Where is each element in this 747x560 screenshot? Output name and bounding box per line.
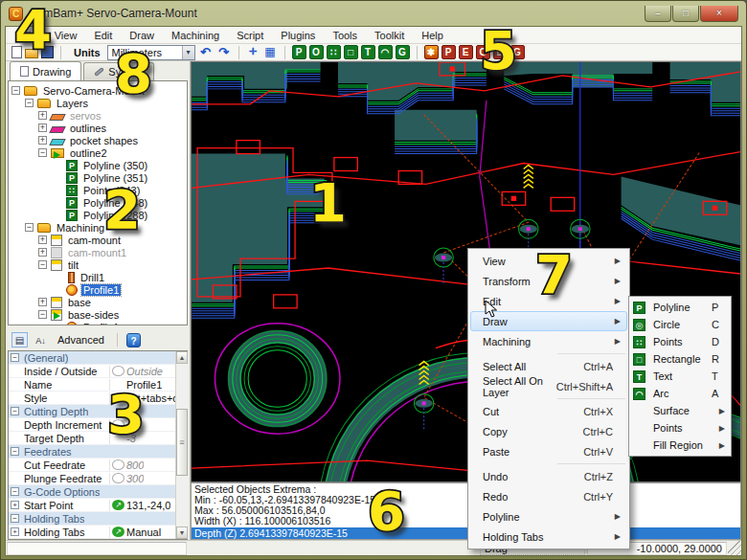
context-menu-item[interactable]: Redo Ctrl+Y bbox=[470, 486, 627, 506]
property-expander[interactable]: − bbox=[11, 487, 19, 496]
tree-expander[interactable]: − bbox=[25, 99, 34, 107]
submenu-item[interactable]: Rectangle R bbox=[631, 350, 729, 368]
submenu-item[interactable]: Points D bbox=[631, 333, 729, 350]
help-icon[interactable]: ? bbox=[126, 333, 141, 347]
tree-expander[interactable]: − bbox=[25, 223, 34, 232]
tree-expander[interactable]: + bbox=[38, 298, 47, 306]
context-menu-item[interactable]: Polyline ▶ bbox=[470, 506, 627, 526]
property-expander[interactable] bbox=[11, 393, 19, 402]
toolbar-draw-icon[interactable] bbox=[378, 45, 393, 59]
maximize-button[interactable]: □ bbox=[672, 6, 699, 22]
menu-item[interactable]: Script bbox=[228, 28, 272, 43]
tree-item[interactable]: Drill1 bbox=[9, 271, 187, 283]
property-row[interactable]: + Start Point 131,-24,0 bbox=[9, 499, 187, 512]
property-expander[interactable]: + bbox=[11, 527, 19, 536]
tree-item[interactable]: + cam-mount1 bbox=[9, 246, 187, 258]
submenu-item[interactable]: Text T bbox=[631, 368, 729, 385]
property-row[interactable]: Inside / Outside Outside bbox=[9, 365, 187, 378]
tree-item[interactable]: Polyline (351) bbox=[9, 171, 187, 184]
tree-item[interactable]: Points (343) bbox=[9, 184, 187, 196]
context-menu-item[interactable]: Select All On Layer Ctrl+Shift+A bbox=[470, 376, 627, 396]
tree-item[interactable]: − outline2 bbox=[9, 146, 187, 159]
tree-item[interactable]: − Machining bbox=[9, 221, 187, 234]
context-menu-item[interactable]: Machining ▶ bbox=[470, 331, 627, 351]
property-expander[interactable] bbox=[11, 380, 19, 389]
tree-item-label[interactable]: Drill1 bbox=[79, 272, 106, 283]
tree-item[interactable]: Polyline (350) bbox=[9, 159, 187, 171]
toolbar-draw-icon[interactable] bbox=[309, 45, 324, 59]
tree-expander[interactable]: − bbox=[38, 310, 47, 319]
tree-item[interactable]: − base-sides bbox=[9, 308, 187, 321]
context-menu-item[interactable]: Select All Ctrl+A bbox=[470, 356, 627, 376]
scrollbar-thumb[interactable] bbox=[176, 409, 188, 476]
property-value[interactable]: 131,-24,0 bbox=[126, 500, 170, 511]
submenu-item[interactable]: Surface ▶ bbox=[631, 402, 729, 419]
property-value[interactable]: Outside bbox=[126, 366, 163, 377]
context-menu-item[interactable]: Holding Tabs ▶ bbox=[470, 526, 627, 547]
tree-item[interactable]: + outlines bbox=[9, 122, 187, 134]
property-expander[interactable] bbox=[11, 420, 19, 429]
tree-item-label[interactable]: base-sides bbox=[66, 309, 121, 321]
tree-item[interactable]: + pocket shapes bbox=[9, 134, 187, 146]
property-row[interactable]: + Holding Tabs Manual bbox=[9, 526, 187, 539]
resize-grip[interactable] bbox=[728, 541, 741, 555]
submenu-item[interactable]: Polyline P bbox=[631, 299, 729, 316]
context-menu-item[interactable]: Paste Ctrl+V bbox=[470, 441, 627, 461]
menu-item[interactable]: Toolkit bbox=[366, 28, 413, 43]
property-row[interactable]: Name Profile1 bbox=[9, 378, 187, 392]
minimize-button[interactable]: – bbox=[645, 6, 671, 22]
toolbar-draw-icon[interactable] bbox=[327, 45, 341, 59]
property-row[interactable]: Cut Feedrate 800 bbox=[9, 459, 187, 472]
tree-item-label[interactable]: cam-mount1 bbox=[66, 247, 128, 258]
property-expander[interactable]: + bbox=[11, 501, 19, 509]
tree-item-label[interactable]: Machining bbox=[55, 222, 106, 234]
property-value[interactable]: 300 bbox=[126, 473, 144, 484]
property-value[interactable]: Manual bbox=[126, 526, 161, 538]
tree-item[interactable]: − tilt bbox=[9, 258, 187, 271]
scroll-down-arrow[interactable]: ▼ bbox=[176, 526, 188, 539]
property-expander[interactable] bbox=[11, 474, 19, 482]
context-menu-item[interactable]: Undo Ctrl+Z bbox=[470, 466, 627, 486]
menu-item[interactable]: Tools bbox=[324, 28, 366, 43]
tree-expander[interactable]: − bbox=[38, 148, 47, 157]
property-expander[interactable] bbox=[11, 460, 19, 469]
property-row[interactable]: − Feedrates bbox=[9, 445, 187, 459]
chevron-down-icon[interactable]: ▾ bbox=[182, 46, 194, 59]
toolbar-op-icon[interactable] bbox=[424, 45, 439, 59]
tree-item-label[interactable]: Polyline (350) bbox=[81, 160, 149, 171]
tree-item[interactable]: Polyline (348) bbox=[9, 196, 187, 209]
property-row[interactable]: Target Depth -3 bbox=[9, 432, 187, 445]
property-expander[interactable] bbox=[11, 434, 19, 442]
tree-item[interactable]: + base bbox=[9, 296, 187, 308]
toolbar-draw-icon[interactable] bbox=[292, 45, 306, 59]
property-expander[interactable]: − bbox=[11, 407, 19, 415]
property-row[interactable]: − G-Code Options bbox=[9, 485, 187, 499]
scroll-up-arrow[interactable]: ▲ bbox=[176, 351, 188, 364]
menu-item[interactable]: Draw bbox=[121, 28, 163, 43]
tree-expander[interactable]: − bbox=[38, 260, 47, 269]
close-button[interactable]: × bbox=[700, 6, 738, 22]
toolbar-draw-icon[interactable] bbox=[361, 45, 375, 59]
submenu-item[interactable]: Circle C bbox=[631, 316, 729, 333]
property-value[interactable]: 800 bbox=[126, 459, 144, 471]
menu-item[interactable]: Machining bbox=[163, 28, 228, 43]
properties-scrollbar[interactable]: ▲ ▼ bbox=[175, 351, 188, 539]
context-menu-item[interactable]: Copy Ctrl+C bbox=[470, 421, 627, 441]
tree-item-label[interactable]: outlines bbox=[68, 123, 108, 134]
toolbar-draw-icon[interactable] bbox=[344, 45, 358, 59]
menu-item[interactable]: Plugins bbox=[272, 28, 324, 43]
tree-item-label[interactable]: Profile1 bbox=[81, 322, 121, 326]
property-expander[interactable]: − bbox=[11, 353, 19, 362]
tree-item[interactable]: + servos bbox=[9, 109, 187, 122]
submenu-item[interactable]: Arc A bbox=[631, 385, 729, 402]
sort-az-icon[interactable] bbox=[33, 332, 49, 347]
tree-item-label[interactable]: Layers bbox=[55, 98, 90, 109]
tree-item[interactable]: − Layers bbox=[9, 97, 187, 109]
tree-item-label[interactable]: pocket shapes bbox=[68, 135, 140, 146]
toolbar-op-icon[interactable] bbox=[459, 45, 473, 59]
tree-expander[interactable]: + bbox=[38, 235, 47, 244]
tree-item-label[interactable]: servos bbox=[68, 110, 102, 122]
property-expander[interactable]: − bbox=[11, 514, 19, 523]
advanced-button[interactable]: Advanced bbox=[54, 334, 108, 346]
menu-item[interactable]: Edit bbox=[85, 28, 121, 43]
